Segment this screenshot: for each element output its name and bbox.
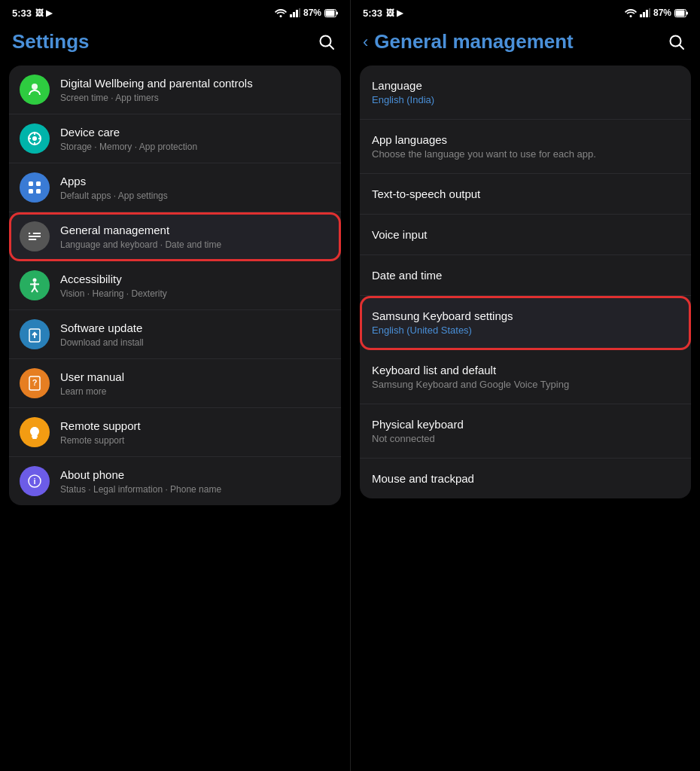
digital-wellbeing-subtitle: Screen time · App timers [60,93,330,103]
notif-icon: 🖼 ▶ [35,8,52,18]
user-manual-icon: ? [20,368,50,398]
svg-text:?: ? [32,378,38,387]
svg-rect-17 [29,181,33,186]
settings-item-user-manual[interactable]: ? User manual Learn more [9,359,341,408]
software-update-subtitle: Download and install [60,337,330,348]
settings-item-software-update[interactable]: Software update Download and install [9,310,341,359]
date-time-title: Date and time [372,269,679,282]
svg-rect-20 [36,189,41,194]
general-management-text: General management Language and keyboard… [60,223,330,250]
settings-item-about-phone[interactable]: i About phone Status · Legal information… [9,457,341,505]
accessibility-subtitle: Vision · Hearing · Dexterity [60,288,330,299]
digital-wellbeing-title: Digital Wellbeing and parental controls [60,76,330,91]
settings-item-apps[interactable]: Apps Default apps · App settings [9,163,341,212]
right-item-keyboard-list[interactable]: Keyboard list and default Samsung Keyboa… [360,350,691,404]
svg-point-25 [36,238,39,241]
wifi-icon-right [625,8,637,17]
svg-rect-41 [646,10,648,17]
user-manual-text: User manual Learn more [60,370,330,397]
right-item-physical-keyboard[interactable]: Physical keyboard Not connected [360,404,691,459]
svg-rect-40 [643,12,645,17]
software-update-icon [20,319,50,349]
remote-support-title: Remote support [60,419,330,434]
right-item-app-languages[interactable]: App languages Choose the language you wa… [360,120,691,174]
keyboard-list-title: Keyboard list and default [372,364,679,376]
svg-point-38 [629,15,632,17]
right-content: Language English (India) App languages C… [351,62,700,771]
left-header: Settings [0,24,350,62]
right-header: ‹ General management [351,24,700,62]
mouse-trackpad-title: Mouse and trackpad [372,472,679,485]
settings-item-accessibility[interactable]: Accessibility Vision · Hearing · Dexteri… [9,261,341,310]
right-item-text-to-speech[interactable]: Text-to-speech output [360,174,691,215]
svg-rect-44 [676,10,685,16]
voice-input-title: Voice input [372,228,679,241]
language-subtitle: English (India) [372,94,679,105]
right-search-button[interactable] [665,31,688,53]
status-bar-left: 5:33 🖼 ▶ 87% [0,0,350,24]
remote-support-text: Remote support Remote support [60,419,330,446]
accessibility-icon [20,270,50,300]
device-care-text: Device care Storage · Memory · App prote… [60,125,330,152]
svg-line-9 [330,44,334,49]
about-phone-icon: i [20,466,50,496]
svg-line-30 [35,288,38,292]
notif-icon-right: 🖼 ▶ [386,8,403,18]
left-search-button[interactable] [315,31,338,53]
svg-rect-39 [640,14,642,17]
right-item-date-time[interactable]: Date and time [360,255,691,296]
general-management-icon [20,221,50,251]
svg-rect-19 [29,189,33,194]
general-management-title: General management [60,223,330,238]
samsung-keyboard-subtitle: English (United States) [372,325,679,336]
apps-subtitle: Default apps · App settings [60,190,330,201]
svg-rect-1 [290,14,292,17]
app-languages-subtitle: Choose the language you want to use for … [372,148,679,160]
svg-point-12 [32,136,37,141]
device-care-icon [20,123,50,154]
left-panel: 5:33 🖼 ▶ 87% [0,0,350,771]
time-right: 5:33 [363,8,382,19]
samsung-keyboard-title: Samsung Keyboard settings [372,309,679,322]
svg-point-26 [33,279,37,282]
battery-right: 87% [653,8,671,18]
settings-item-remote-support[interactable]: Remote support Remote support [9,408,341,457]
svg-point-10 [32,84,38,90]
software-update-title: Software update [60,321,330,336]
svg-point-0 [279,15,282,17]
about-phone-text: About phone Status · Legal information ·… [60,468,330,495]
device-care-title: Device care [60,125,330,140]
battery-left: 87% [303,8,321,18]
accessibility-title: Accessibility [60,272,330,287]
left-panel-title: Settings [12,30,90,53]
apps-title: Apps [60,174,330,189]
right-item-mouse-trackpad[interactable]: Mouse and trackpad [360,459,691,498]
right-item-language[interactable]: Language English (India) [360,66,691,120]
svg-rect-7 [336,11,338,14]
svg-text:i: i [33,477,35,486]
svg-point-24 [30,232,33,235]
right-item-voice-input[interactable]: Voice input [360,215,691,255]
settings-item-digital-wellbeing[interactable]: Digital Wellbeing and parental controls … [9,66,341,114]
svg-rect-45 [686,11,688,14]
digital-wellbeing-text: Digital Wellbeing and parental controls … [60,76,330,103]
device-care-subtitle: Storage · Memory · App protection [60,142,330,152]
right-item-samsung-keyboard[interactable]: Samsung Keyboard settings English (Unite… [360,296,691,350]
about-phone-title: About phone [60,468,330,483]
user-manual-title: User manual [60,370,330,385]
back-button[interactable]: ‹ [363,32,368,52]
language-title: Language [372,79,679,92]
keyboard-list-subtitle: Samsung Keyboard and Google Voice Typing [372,379,679,390]
settings-item-device-care[interactable]: Device care Storage · Memory · App prote… [9,114,341,163]
user-manual-subtitle: Learn more [60,386,330,397]
svg-line-47 [680,44,684,49]
time-left: 5:33 [12,8,32,19]
signal-icon-right [640,8,650,17]
signal-icon-left [290,8,300,17]
settings-item-general-management[interactable]: General management Language and keyboard… [9,212,341,261]
svg-rect-6 [326,10,335,16]
digital-wellbeing-icon [20,75,50,105]
svg-rect-4 [299,8,300,17]
right-panel: 5:33 🖼 ▶ 87% [350,0,700,771]
remote-support-icon [20,417,50,447]
